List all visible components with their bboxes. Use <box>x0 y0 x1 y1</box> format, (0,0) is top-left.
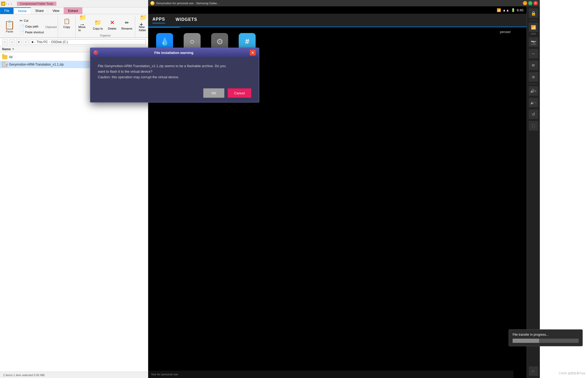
folder-icon-all <box>2 55 7 59</box>
dialog-title-text: File installation warning <box>98 51 250 55</box>
paste-label: Paste <box>6 30 13 33</box>
copy-group: 📋 Copy <box>58 15 76 38</box>
copy-label: Copy <box>63 25 70 29</box>
cut-icon: ✂ <box>20 19 23 23</box>
rotate-button[interactable]: ↺ <box>529 109 538 119</box>
zip-icon <box>2 62 7 67</box>
clock: 8:40 <box>517 8 523 12</box>
paste-icon: 📋 <box>4 20 15 30</box>
rename-icon: ✏ <box>123 19 131 27</box>
signal-icon: ▲▲ <box>503 8 509 12</box>
app-icon-4-symbol: # <box>245 37 249 46</box>
csdn-watermark: CSDN @橙留香Park <box>559 371 585 375</box>
file-name-zip: Genymotion-ARM-Translation_v1.1.zip <box>9 63 64 66</box>
app-icon-2-symbol: ○ <box>190 37 195 46</box>
organize-group-label: Organize <box>77 34 134 37</box>
move-to-button[interactable]: 📁→ Move to <box>77 16 90 33</box>
move-to-icon: 📁→ <box>79 17 88 25</box>
tab-view[interactable]: View <box>48 7 64 14</box>
sort-arrow-icon: ▼ <box>12 48 15 50</box>
emulator-title-text: Genymotion for personal use - Samsung Ga… <box>156 2 219 5</box>
delete-icon: ✕ <box>108 19 116 27</box>
ok-button[interactable]: OK <box>203 88 224 98</box>
delete-label: Delete <box>108 27 116 30</box>
tab-file[interactable]: File <box>0 7 14 14</box>
new-folder-label: New folder <box>139 25 149 32</box>
file-name-all: All <box>9 55 12 59</box>
android-tab-widgets[interactable]: WIDGETS <box>176 17 197 23</box>
dialog-message: File Genymotion-ARM-Translation_v1.1.zip… <box>98 63 251 80</box>
app-icon-1-symbol: 💧 <box>160 37 169 46</box>
file-transfer-toast: File transfer in progress... <box>509 329 583 346</box>
tab-extract[interactable]: Extract <box>64 7 82 14</box>
tab-active-indicator <box>148 27 180 28</box>
dialog-close-button[interactable]: ✕ <box>250 50 256 56</box>
dropdown-button[interactable]: ▾ <box>16 39 22 45</box>
path-part-1: ■ <box>31 40 33 44</box>
app-icon-3-symbol: ⚙ <box>216 37 223 46</box>
up-button[interactable]: ↑ <box>23 39 29 45</box>
dialog-body: File Genymotion-ARM-Translation_v1.1.zip… <box>91 57 259 85</box>
folder-icon: 📁 <box>1 2 5 6</box>
camera-button[interactable]: 📷 <box>529 37 538 47</box>
address-path-display[interactable]: ■ › This PC › OSDisk (C:) <box>30 39 146 45</box>
tab-share[interactable]: Share <box>31 7 48 14</box>
copy-to-button[interactable]: 📁 Copy to <box>91 16 105 33</box>
username-label: peruser <box>500 30 511 34</box>
android-tab-apps[interactable]: APPS <box>152 17 165 24</box>
name-column-header: Name <box>2 47 11 51</box>
status-bar: 2 items 1 item selected 0.05 MB <box>0 372 148 378</box>
dialog-warning-icon <box>94 50 98 55</box>
copy-path-button[interactable]: 📄 Copy path <box>18 24 45 29</box>
cancel-button[interactable]: Cancel <box>228 88 251 98</box>
free-label: free for personal use <box>151 373 178 376</box>
android-status-bar: 📶 ▲▲ 🔋 8:40 <box>148 6 527 14</box>
pan-button[interactable]: ↔ <box>529 49 538 58</box>
android-bottom-bar: free for personal use <box>148 371 513 378</box>
id-button[interactable]: ID <box>529 61 538 70</box>
paste-shortcut-button[interactable]: 📄 Paste shortcut <box>18 30 45 35</box>
clipboard-group-label: Clipboard <box>45 26 57 29</box>
fullscreen-button[interactable]: ⛶ <box>529 121 538 131</box>
ribbon-content: 📋 Paste ✂ Cut 📄 Copy path 📄 Paste shortc… <box>0 14 148 38</box>
back-button[interactable]: ← <box>2 39 8 45</box>
forward-button[interactable]: → <box>9 39 15 45</box>
close-button[interactable]: ✕ <box>533 1 538 5</box>
emulator-window-controls: − □ ✕ <box>523 1 538 5</box>
emulator-title-left: Genymotion for personal use - Samsung Ga… <box>150 1 219 5</box>
vol-down-button[interactable]: 🔉− <box>529 98 538 107</box>
sidebar-divider-1 <box>530 20 537 20</box>
quick-access-toolbar: 📁 ↑ ↓ | <box>1 2 12 6</box>
organize-group: 📁→ Move to 📁 Copy to ✕ Delete ✏ Rename O… <box>76 15 135 38</box>
battery-icon: 🔋 <box>511 8 515 12</box>
status-text: 2 items 1 item selected 0.05 MB <box>3 374 45 377</box>
gps-button[interactable]: 📶 <box>529 22 538 32</box>
tab-indicator-bar <box>148 27 527 28</box>
paste-button[interactable]: 📋 Paste <box>2 16 17 37</box>
copy-path-icon: 📄 <box>20 24 24 29</box>
dialog-title-bar: File installation warning ✕ <box>91 48 259 57</box>
rename-button[interactable]: ✏ Rename <box>120 16 134 33</box>
file-transfer-title: File transfer in progress... <box>513 333 579 336</box>
minimize-button[interactable]: − <box>523 1 527 5</box>
maximize-button[interactable]: □ <box>528 1 532 5</box>
cut-button[interactable]: ✂ Cut <box>18 18 45 23</box>
android-app-bar: APPS WIDGETS <box>148 14 527 27</box>
organize-row-1: 📁→ Move to 📁 Copy to ✕ Delete ✏ Rename <box>77 16 134 33</box>
paste-shortcut-icon: 📄 <box>20 30 24 34</box>
emulator-sidebar: 🔒 📶 GPS 📷 ↔ ID ≋ 🔊+ 🔉− ↺ ⛶ ← <box>527 6 540 378</box>
new-folder-icon: 📁+ <box>140 17 148 25</box>
copy-to-label: Copy to <box>93 27 103 30</box>
tab-home[interactable]: Home <box>14 7 31 14</box>
copy-button[interactable]: 📋 Copy <box>60 16 73 30</box>
compressed-tools-label: Compressed Folder Tools <box>17 2 56 6</box>
gps-group: 📶 GPS <box>529 22 538 35</box>
vol-up-button[interactable]: 🔊+ <box>529 86 538 96</box>
clipboard-group: 📋 Paste ✂ Cut 📄 Copy path 📄 Paste shortc… <box>1 15 58 38</box>
copy-path-label: Copy path <box>25 25 38 28</box>
back-nav-button[interactable]: ← <box>529 366 538 376</box>
lock-button[interactable]: 🔒 <box>529 8 538 18</box>
wifi2-button[interactable]: ≋ <box>529 72 538 82</box>
delete-button[interactable]: ✕ Delete <box>106 16 119 33</box>
file-transfer-progress-fill <box>513 339 539 343</box>
